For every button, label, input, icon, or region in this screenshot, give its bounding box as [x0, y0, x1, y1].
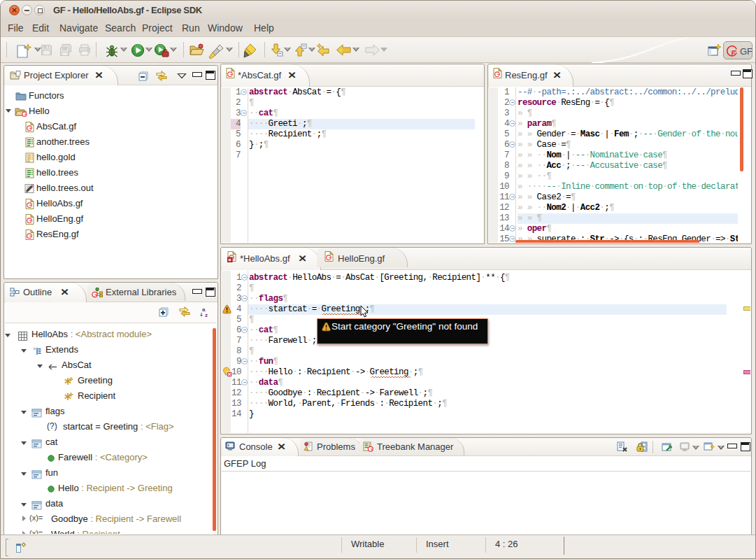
svg-text:z: z — [205, 312, 208, 318]
